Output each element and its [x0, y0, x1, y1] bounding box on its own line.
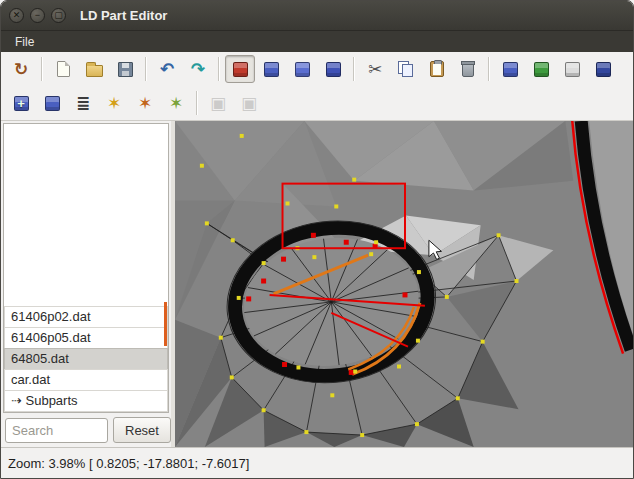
delete-icon — [462, 64, 474, 77]
shield-darkblue-icon — [596, 62, 611, 77]
undo-icon: ↶ — [160, 61, 174, 78]
reset-button[interactable]: Reset — [113, 417, 171, 443]
shield-green-icon[interactable] — [526, 55, 556, 83]
toolbar-separator — [218, 57, 220, 81]
shield-green-icon — [534, 62, 549, 77]
sync-icon: ↻ — [14, 61, 28, 78]
shield-blue-icon[interactable] — [495, 55, 525, 83]
cut-icon[interactable]: ✂ — [360, 55, 390, 83]
open-file-icon — [86, 65, 103, 77]
undo-icon[interactable]: ↶ — [152, 55, 182, 83]
maximize-button[interactable]: ▢ — [51, 8, 66, 23]
condline-icon[interactable]: ✶ — [161, 89, 191, 117]
main-area: 61406p02.dat61406p05.dat64805.datcar.dat… — [1, 121, 633, 447]
vertex-remove-icon: ✶ — [138, 95, 152, 112]
redo-icon: ↷ — [191, 61, 205, 78]
add-vertex-icon[interactable] — [6, 89, 36, 117]
menu-file[interactable]: File — [9, 33, 40, 51]
sync-edit-icon[interactable]: ▣ — [234, 89, 264, 117]
file-list-item[interactable]: ⇢ Subparts — [4, 390, 168, 412]
vertex-remove-icon[interactable]: ✶ — [130, 89, 160, 117]
toolbar: ↻↶↷✂ ≣✶✶✶▣▣ — [1, 52, 633, 121]
shield-light-icon[interactable] — [557, 55, 587, 83]
mode-scale-icon[interactable] — [318, 55, 348, 83]
shield-darkblue-icon[interactable] — [588, 55, 618, 83]
line-tools-icon: ≣ — [76, 95, 90, 112]
ld-part-editor-window: ✕−▢ LD Part Editor File ↻↶↷✂ ≣✶✶✶▣▣ 6140… — [0, 0, 634, 479]
toolbar-row-2: ≣✶✶✶▣▣ — [1, 86, 633, 120]
paste-icon[interactable] — [422, 55, 452, 83]
save-file-icon[interactable] — [110, 55, 140, 83]
sync-edit-icon: ▣ — [241, 95, 257, 112]
cut-icon: ✂ — [368, 61, 382, 78]
mode-scale-icon — [326, 62, 341, 77]
mode-move-icon[interactable] — [256, 55, 286, 83]
merge-vertices-icon — [45, 96, 60, 111]
title-bar[interactable]: ✕−▢ LD Part Editor — [1, 1, 633, 31]
mode-rotate-icon — [295, 62, 310, 77]
redo-icon[interactable]: ↷ — [183, 55, 213, 83]
vertex-snap-icon[interactable]: ✶ — [99, 89, 129, 117]
status-bar: Zoom: 3.98% [ 0.8205; -17.8801; -7.6017] — [1, 447, 633, 478]
add-vertex-icon — [14, 96, 29, 111]
copy-icon — [398, 61, 414, 77]
mode-rotate-icon[interactable] — [287, 55, 317, 83]
sidebar: 61406p02.dat61406p05.dat64805.datcar.dat… — [1, 121, 171, 447]
zoom-status: Zoom: 3.98% [ 0.8205; -17.8801; -7.6017] — [8, 456, 249, 471]
shield-blue-icon — [503, 62, 518, 77]
mesh-canvas — [175, 121, 633, 447]
new-part-icon — [57, 61, 70, 77]
file-list-item[interactable]: car.dat — [4, 369, 168, 391]
file-list-panel: 61406p02.dat61406p05.dat64805.datcar.dat… — [3, 123, 169, 413]
sync-view-icon[interactable]: ▣ — [203, 89, 233, 117]
toolbar-separator — [353, 57, 355, 81]
delete-icon[interactable] — [453, 55, 483, 83]
minimize-button[interactable]: − — [30, 8, 45, 23]
toolbar-separator — [196, 91, 198, 115]
toolbar-separator — [41, 57, 43, 81]
search-row: Reset — [1, 413, 171, 447]
toolbar-separator — [145, 57, 147, 81]
file-list-item[interactable]: 61406p02.dat — [4, 306, 168, 328]
mode-move-icon — [264, 62, 279, 77]
toolbar-separator — [488, 57, 490, 81]
merge-vertices-icon[interactable] — [37, 89, 67, 117]
line-tools-icon[interactable]: ≣ — [68, 89, 98, 117]
search-input[interactable] — [5, 418, 108, 443]
list-scrollbar-thumb[interactable] — [164, 302, 167, 346]
mode-select-icon[interactable] — [225, 55, 255, 83]
window-controls: ✕−▢ — [9, 8, 66, 23]
mode-select-icon — [233, 62, 248, 77]
sync-icon[interactable]: ↻ — [6, 55, 36, 83]
new-part-icon[interactable] — [48, 55, 78, 83]
open-file-icon[interactable] — [79, 55, 109, 83]
condline-icon: ✶ — [169, 95, 183, 112]
copy-icon[interactable] — [391, 55, 421, 83]
window-title: LD Part Editor — [80, 8, 167, 23]
menu-bar: File — [1, 31, 633, 52]
toolbar-row-1: ↻↶↷✂ — [1, 52, 633, 86]
file-list: 61406p02.dat61406p05.dat64805.datcar.dat… — [4, 307, 168, 412]
close-button[interactable]: ✕ — [9, 8, 24, 23]
shield-light-icon — [565, 62, 580, 77]
sync-view-icon: ▣ — [210, 95, 226, 112]
viewport-3d[interactable] — [175, 121, 633, 447]
file-list-item[interactable]: 64805.dat — [4, 348, 168, 370]
save-file-icon — [118, 62, 133, 77]
paste-icon — [430, 61, 444, 77]
vertex-snap-icon: ✶ — [107, 95, 121, 112]
file-list-item[interactable]: 61406p05.dat — [4, 327, 168, 349]
